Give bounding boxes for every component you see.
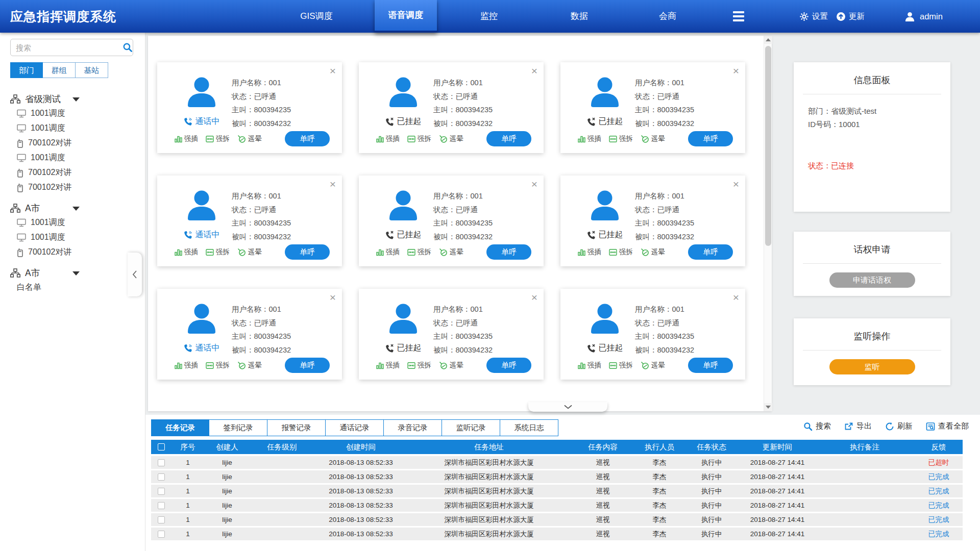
table-row[interactable]: 1 lijie 2018-08-13 08:52:33 深圳市福田区彩田村水源大… <box>151 528 963 540</box>
search-icon[interactable] <box>122 42 133 53</box>
scroll-down-button[interactable] <box>764 403 772 411</box>
force-insert-button[interactable]: 强插 <box>578 247 601 257</box>
record-tab[interactable]: 系统日志 <box>500 419 558 436</box>
tree-item[interactable]: 700102对讲 <box>10 165 138 180</box>
tree-item[interactable]: 1001调度 <box>10 106 138 121</box>
force-insert-button[interactable]: 强插 <box>175 134 198 143</box>
table-row[interactable]: 1 lijie 2018-08-13 08:52:33 深圳市福田区彩田村水源大… <box>151 485 963 497</box>
nav-menu-item[interactable]: GIS调度 <box>285 0 348 33</box>
close-icon[interactable]: × <box>531 179 537 190</box>
search-input[interactable] <box>11 43 122 52</box>
single-call-button[interactable]: 单呼 <box>285 358 330 373</box>
nav-menu-item[interactable]: 数据 <box>548 0 610 33</box>
row-checkbox[interactable] <box>158 516 165 523</box>
close-icon[interactable]: × <box>733 179 739 190</box>
single-call-button[interactable]: 单呼 <box>486 358 531 373</box>
export-button[interactable]: 导出 <box>844 421 872 431</box>
close-icon[interactable]: × <box>733 292 739 303</box>
force-insert-button[interactable]: 强插 <box>175 361 198 370</box>
force-insert-button[interactable]: 强插 <box>376 361 400 370</box>
view-all-button[interactable]: 查看全部 <box>926 421 969 431</box>
nav-menu-item[interactable]: 会商 <box>636 0 699 33</box>
request-talk-right-button[interactable]: 申请话语权 <box>829 272 915 288</box>
close-icon[interactable]: × <box>330 65 336 77</box>
close-icon[interactable]: × <box>531 65 537 77</box>
record-tab[interactable]: 录音记录 <box>384 419 442 436</box>
force-split-button[interactable]: 强拆 <box>407 361 431 370</box>
force-split-button[interactable]: 强拆 <box>407 134 431 143</box>
tree-item[interactable]: 白名单 <box>10 280 138 295</box>
table-row[interactable]: 1 lijie 2018-08-13 08:52:33 深圳市福田区彩田村水源大… <box>151 499 963 512</box>
remote-stun-button[interactable]: 遥晕 <box>237 134 262 143</box>
close-icon[interactable]: × <box>330 179 336 190</box>
user-menu[interactable]: admin <box>904 0 943 33</box>
table-search-button[interactable]: 搜索 <box>803 421 831 431</box>
select-all-checkbox[interactable] <box>158 443 165 450</box>
tree-item[interactable]: 省级测试 <box>10 91 138 106</box>
remote-stun-button[interactable]: 遥晕 <box>439 361 463 370</box>
single-call-button[interactable]: 单呼 <box>285 131 330 146</box>
refresh-button[interactable]: 刷新 <box>885 421 913 431</box>
close-icon[interactable]: × <box>733 65 739 77</box>
force-split-button[interactable]: 强拆 <box>609 361 633 370</box>
close-icon[interactable]: × <box>330 292 336 303</box>
record-tab[interactable]: 任务记录 <box>151 419 209 436</box>
force-insert-button[interactable]: 强插 <box>175 247 198 257</box>
close-icon[interactable]: × <box>531 292 537 303</box>
row-checkbox[interactable] <box>158 459 165 466</box>
record-tab[interactable]: 报警记录 <box>267 419 326 436</box>
settings-button[interactable]: 设置 <box>799 0 828 33</box>
chevron-down-icon[interactable] <box>72 207 80 211</box>
single-call-button[interactable]: 单呼 <box>486 131 531 146</box>
remote-stun-button[interactable]: 遥晕 <box>439 134 463 143</box>
remote-stun-button[interactable]: 遥晕 <box>641 361 665 370</box>
tree-item[interactable]: 1001调度 <box>10 151 138 165</box>
row-checkbox[interactable] <box>158 473 165 481</box>
single-call-button[interactable]: 单呼 <box>688 244 733 260</box>
scroll-up-button[interactable] <box>764 36 772 44</box>
tree-item[interactable]: 1001调度 <box>10 230 138 245</box>
scrollbar-thumb[interactable] <box>765 46 771 246</box>
nav-menu-item[interactable]: 监控 <box>458 0 520 33</box>
cards-collapse-handle[interactable] <box>528 402 607 412</box>
remote-stun-button[interactable]: 遥晕 <box>641 134 665 143</box>
tree-item[interactable]: A市 <box>10 201 138 215</box>
tree-item[interactable]: 700102对讲 <box>10 245 138 260</box>
remote-stun-button[interactable]: 遥晕 <box>237 247 262 257</box>
force-split-button[interactable]: 强拆 <box>609 247 633 257</box>
tree-item[interactable]: 1001调度 <box>10 215 138 230</box>
force-split-button[interactable]: 强拆 <box>609 134 633 143</box>
single-call-button[interactable]: 单呼 <box>688 358 733 373</box>
tree-item[interactable]: 700102对讲 <box>10 180 138 195</box>
single-call-button[interactable]: 单呼 <box>688 131 733 146</box>
row-checkbox[interactable] <box>158 531 165 538</box>
record-tab[interactable]: 签到记录 <box>209 419 267 436</box>
single-call-button[interactable]: 单呼 <box>486 244 531 260</box>
force-split-button[interactable]: 强拆 <box>206 247 230 257</box>
force-split-button[interactable]: 强拆 <box>407 247 431 257</box>
chevron-down-icon[interactable] <box>72 271 80 276</box>
force-insert-button[interactable]: 强插 <box>376 247 400 257</box>
row-checkbox[interactable] <box>158 488 165 495</box>
sidebar-tab[interactable]: 基站 <box>76 62 108 78</box>
force-split-button[interactable]: 强拆 <box>206 134 230 143</box>
remote-stun-button[interactable]: 遥晕 <box>641 247 665 257</box>
update-button[interactable]: 更新 <box>836 0 865 33</box>
chevron-down-icon[interactable] <box>72 97 80 102</box>
force-split-button[interactable]: 强拆 <box>206 361 230 370</box>
table-row[interactable]: 1 lijie 2018-08-13 08:52:33 深圳市福田区彩田村水源大… <box>151 470 963 483</box>
force-insert-button[interactable]: 强插 <box>578 134 601 143</box>
record-tab[interactable]: 通话记录 <box>326 419 384 436</box>
tree-item[interactable]: A市 <box>10 265 138 280</box>
tree-item[interactable]: 700102对讲 <box>10 136 138 151</box>
table-row[interactable]: 1 lijie 2018-08-13 08:52:33 深圳市福田区彩田村水源大… <box>151 456 963 469</box>
record-tab[interactable]: 监听记录 <box>442 419 500 436</box>
remote-stun-button[interactable]: 遥晕 <box>439 247 463 257</box>
sidebar-tab[interactable]: 群组 <box>43 62 76 78</box>
sidebar-tab[interactable]: 部门 <box>10 62 43 78</box>
remote-stun-button[interactable]: 遥晕 <box>237 361 262 370</box>
force-insert-button[interactable]: 强插 <box>578 361 601 370</box>
table-row[interactable]: 1 lijie 2018-08-13 08:52:33 深圳市福田区彩田村水源大… <box>151 513 963 526</box>
force-insert-button[interactable]: 强插 <box>376 134 400 143</box>
hamburger-menu-icon[interactable] <box>733 11 744 21</box>
